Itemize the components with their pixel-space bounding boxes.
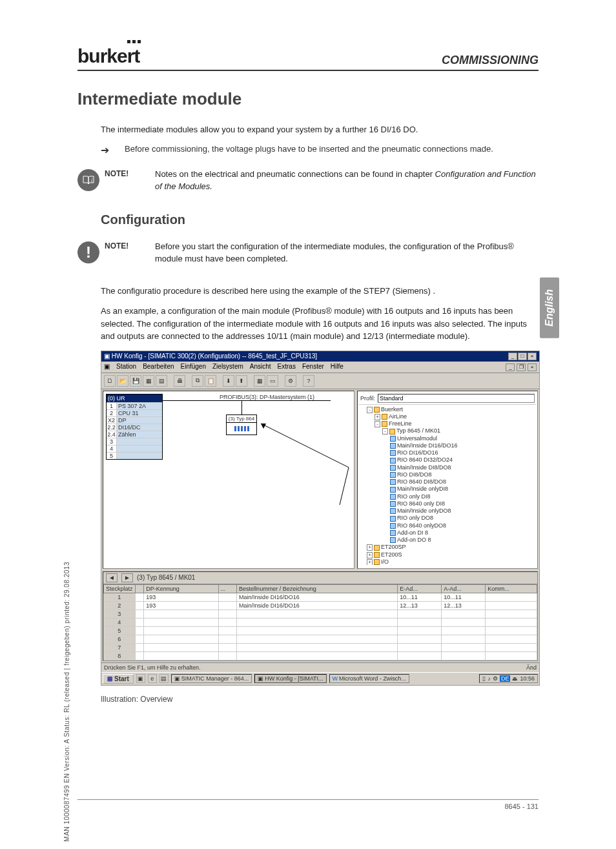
tool-icon[interactable]: ⚙ [285,375,296,387]
slot-table-header[interactable]: Komm... [486,584,537,593]
tool-icon[interactable]: ▦ [143,375,154,387]
rack-table[interactable]: (0) UR 1PS 307 2A2CPU 31X2DP2.2DI16/DC2.… [106,394,163,460]
tree-expander-icon[interactable]: + [367,544,373,551]
taskbar-item[interactable]: ▣SIMATIC Manager - 864... [171,674,252,683]
tray-icon[interactable]: ▯ [482,675,486,682]
tree-expander-icon[interactable]: + [367,552,373,558]
tree-folder[interactable]: +AirLine [360,413,535,420]
tree-leaf[interactable]: RIO DI8/DO8 [360,471,535,478]
menu-item[interactable]: Bearbeiten [143,363,174,371]
hardware-pane[interactable]: PROFIBUS(3): DP-Mastersystem (1) (3) Typ… [103,391,354,569]
download-icon[interactable]: ⬇ [223,375,234,387]
slot-table-header[interactable]: E-Ad... [398,584,442,593]
save-icon[interactable]: 💾 [130,375,141,387]
rack-row[interactable]: 4 [107,445,162,452]
slot-table-header[interactable]: Steckplatz [104,584,136,593]
device-node[interactable]: (3) Typ 864 [226,414,257,435]
maximize-button[interactable]: □ [518,353,527,360]
tree-leaf[interactable]: RIO only DI8 [360,493,535,500]
table-row[interactable]: 6 [104,635,537,643]
tree-folder[interactable]: -FreeLine [360,420,535,427]
table-row[interactable]: 5 [104,626,537,635]
tree-expander-icon[interactable]: + [367,559,373,565]
table-row[interactable]: 8 [104,651,537,660]
tree-expander-icon[interactable]: - [367,407,373,413]
taskbar-item[interactable]: WMicrosoft Word - Zwisch... [329,674,409,683]
tree-leaf[interactable]: Add-on DO 8 [360,537,535,544]
tree-folder[interactable]: -Typ 8645 / MK01 [360,427,535,435]
tree-leaf[interactable]: Universalmodul [360,435,535,442]
table-row[interactable]: 7 [104,643,537,651]
slot-table-header[interactable] [135,584,144,593]
tray-icon[interactable]: ⚙ [493,675,498,682]
tree-expander-icon[interactable]: + [375,414,380,420]
rack-row[interactable]: 2.2DI16/DC [107,424,162,431]
slot-table-header[interactable]: A-Ad... [442,584,486,593]
tree-leaf[interactable]: Main/Inside onlyDI8 [360,486,535,493]
mdi-minimize-button[interactable]: _ [506,363,515,371]
tree-folder[interactable]: -Buerkert [360,406,535,413]
copy-icon[interactable]: ⧉ [192,375,203,387]
tool-icon[interactable]: ▤ [156,375,167,387]
minimize-button[interactable]: _ [508,353,517,360]
tree-leaf[interactable]: RIO 8640 only DI8 [360,500,535,507]
tree-expander-icon[interactable]: - [375,421,380,427]
rack-row[interactable]: 2.4Zählen [107,431,162,438]
print-icon[interactable]: 🖶 [174,375,185,387]
menu-item[interactable]: Ansicht [250,363,271,371]
rack-row[interactable]: 3 [107,438,162,445]
menu-item[interactable]: Station [116,363,136,371]
tree-expander-icon[interactable]: - [382,428,388,435]
slot-table-header[interactable]: Bestellnummer / Bezeichnung [237,584,398,593]
nav-back-button[interactable]: ◄ [106,573,118,582]
close-button[interactable]: × [528,353,537,360]
help-icon[interactable]: ? [303,375,314,387]
table-row[interactable]: 3 [104,609,537,618]
tree-leaf[interactable]: Main/Inside DI8/DO8 [360,464,535,471]
tree-folder[interactable]: +ET200S [360,551,535,558]
tree-leaf[interactable]: Main/Inside DI16/DO16 [360,442,535,449]
tray-icon[interactable]: ⏏ [512,675,518,682]
tree-leaf[interactable]: RIO 8640 DI8/DO8 [360,478,535,486]
tool-icon[interactable]: ▭ [267,375,278,387]
rack-row[interactable]: 2CPU 31 [107,409,162,416]
slot-table-header[interactable]: DP-Kennung [144,584,218,593]
menu-item[interactable]: Fenster [302,363,324,371]
table-row[interactable]: 2193Main/Inside DI16/DO1612...1312...13 [104,601,537,609]
start-button[interactable]: ⊞ Start [103,674,134,684]
new-icon[interactable]: 🗋 [104,375,116,387]
menu-item[interactable]: Zielsystem [212,363,243,371]
taskbar-item-active[interactable]: ▣HW Konfig - [SIMATI... [254,674,326,683]
paste-icon[interactable]: 📋 [205,375,216,387]
menu-item[interactable]: Extras [278,363,296,371]
system-tray[interactable]: ▯ ♪ ⚙ DE ⏏ 10:56 [479,674,538,683]
slot-table[interactable]: SteckplatzDP-Kennung...Bestellnummer / B… [103,584,537,660]
catalog-pane[interactable]: Profil: -Buerkert+AirLine-FreeLine-Typ 8… [357,391,538,569]
rack-row[interactable]: 5 [107,452,162,459]
profile-select[interactable] [378,394,535,403]
quicklaunch-icon[interactable]: ▣ [136,674,145,683]
tray-icon[interactable]: ♪ [488,675,491,682]
table-row[interactable]: 4 [104,618,537,626]
tree-leaf[interactable]: RIO DI16/DO16 [360,449,535,456]
tree-leaf[interactable]: Main/Inside onlyDO8 [360,507,535,515]
tool-icon[interactable]: ▦ [254,375,265,387]
tree-folder[interactable]: +I/O [360,558,535,565]
tree-leaf[interactable]: RIO only DO8 [360,515,535,522]
quicklaunch-ie-icon[interactable]: e [148,674,157,683]
tree-leaf[interactable]: RIO 8640 DI32/DO24 [360,456,535,464]
tray-lang[interactable]: DE [500,675,511,682]
rack-row[interactable]: X2DP [107,416,162,424]
upload-icon[interactable]: ⬆ [236,375,247,387]
tree-leaf[interactable]: Add-on DI 8 [360,529,535,537]
nav-fwd-button[interactable]: ► [121,573,133,582]
quicklaunch-icon[interactable]: ▤ [159,674,169,683]
table-row[interactable]: 1193Main/Inside DI16/DO1610...1110...11 [104,593,537,601]
menu-item[interactable]: Hilfe [331,363,344,371]
open-icon[interactable]: 📂 [117,375,128,387]
mdi-close-button[interactable]: × [528,363,537,371]
mdi-restore-button[interactable]: ❐ [517,363,526,371]
tree-leaf[interactable]: RIO 8640 onlyDO8 [360,522,535,529]
tree-folder[interactable]: +ET200SP [360,544,535,551]
catalog-tree[interactable]: -Buerkert+AirLine-FreeLine-Typ 8645 / MK… [359,405,536,565]
